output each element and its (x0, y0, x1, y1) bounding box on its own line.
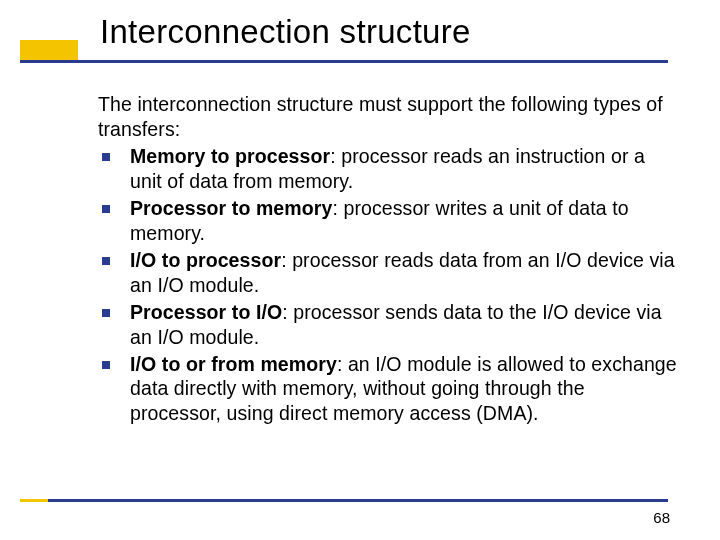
footer-line (20, 499, 668, 502)
slide: Interconnection structure The interconne… (0, 0, 720, 540)
slide-title: Interconnection structure (48, 14, 674, 50)
square-bullet-icon (102, 153, 110, 161)
square-bullet-icon (102, 309, 110, 317)
page-number: 68 (653, 509, 670, 526)
slide-body: The interconnection structure must suppo… (98, 92, 678, 428)
list-item: I/O to processor: processor reads data f… (98, 248, 678, 298)
list-item: Memory to processor: processor reads an … (98, 144, 678, 194)
list-item-bold: Memory to processor (130, 145, 330, 167)
square-bullet-icon (102, 361, 110, 369)
list-item-bold: I/O to processor (130, 249, 281, 271)
list-item: I/O to or from memory: an I/O module is … (98, 352, 678, 427)
list-item-bold: I/O to or from memory (130, 353, 337, 375)
list-item: Processor to I/O: processor sends data t… (98, 300, 678, 350)
square-bullet-icon (102, 257, 110, 265)
square-bullet-icon (102, 205, 110, 213)
list-item-bold: Processor to memory (130, 197, 332, 219)
intro-text: The interconnection structure must suppo… (98, 92, 678, 142)
title-underline (20, 60, 668, 63)
footer-accent (20, 499, 48, 502)
bullet-list: Memory to processor: processor reads an … (98, 144, 678, 426)
list-item-bold: Processor to I/O (130, 301, 282, 323)
list-item: Processor to memory: processor writes a … (98, 196, 678, 246)
